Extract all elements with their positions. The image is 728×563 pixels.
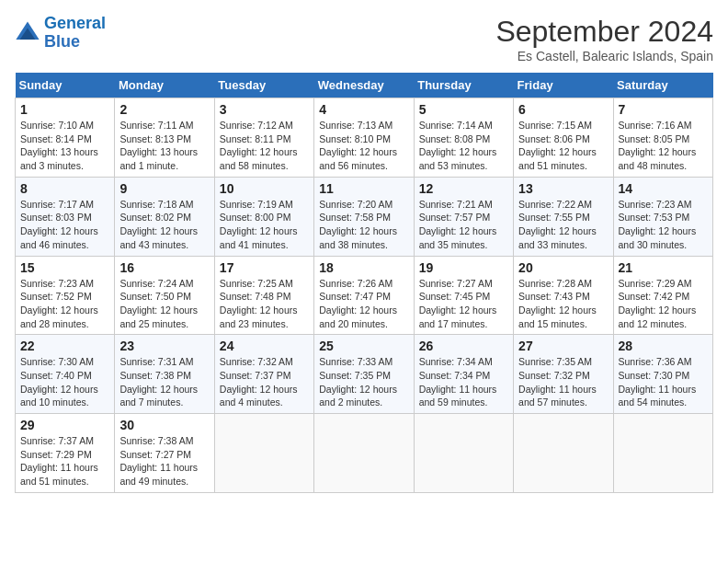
calendar-cell: 3Sunrise: 7:12 AMSunset: 8:11 PMDaylight… [214, 98, 313, 178]
day-info: Sunrise: 7:37 AMSunset: 7:29 PMDaylight:… [20, 435, 98, 487]
title-block: September 2024 Es Castell, Balearic Isla… [495, 15, 713, 63]
day-info: Sunrise: 7:12 AMSunset: 8:11 PMDaylight:… [220, 120, 298, 171]
logo: General Blue [15, 15, 106, 52]
day-number: 7 [619, 102, 708, 117]
day-number: 19 [419, 260, 508, 275]
day-info: Sunrise: 7:15 AMSunset: 8:06 PMDaylight:… [518, 120, 597, 171]
day-info: Sunrise: 7:21 AMSunset: 7:57 PMDaylight:… [419, 199, 497, 250]
calendar-cell: 8Sunrise: 7:17 AMSunset: 8:03 PMDaylight… [16, 177, 115, 256]
day-info: Sunrise: 7:33 AMSunset: 7:35 PMDaylight:… [319, 356, 397, 408]
day-info: Sunrise: 7:24 AMSunset: 7:50 PMDaylight:… [119, 278, 198, 329]
calendar-row: 8Sunrise: 7:17 AMSunset: 8:03 PMDaylight… [16, 177, 713, 256]
calendar-cell [613, 414, 712, 493]
day-info: Sunrise: 7:22 AMSunset: 7:55 PMDaylight:… [518, 199, 597, 250]
calendar-cell [214, 414, 313, 493]
day-info: Sunrise: 7:35 AMSunset: 7:32 PMDaylight:… [518, 356, 597, 408]
header-tuesday: Tuesday [214, 73, 313, 98]
day-info: Sunrise: 7:29 AMSunset: 7:42 PMDaylight:… [619, 278, 697, 329]
calendar-cell: 12Sunrise: 7:21 AMSunset: 7:57 PMDayligh… [414, 177, 513, 256]
calendar-row: 22Sunrise: 7:30 AMSunset: 7:40 PMDayligh… [16, 335, 713, 414]
calendar-cell: 17Sunrise: 7:25 AMSunset: 7:48 PMDayligh… [214, 256, 313, 335]
day-number: 6 [518, 102, 608, 117]
logo-text: General Blue [44, 15, 106, 52]
day-info: Sunrise: 7:10 AMSunset: 8:14 PMDaylight:… [20, 120, 98, 171]
day-number: 22 [20, 339, 109, 353]
header-thursday: Thursday [414, 73, 513, 98]
calendar-cell: 23Sunrise: 7:31 AMSunset: 7:38 PMDayligh… [115, 335, 214, 414]
day-number: 18 [319, 260, 408, 275]
day-info: Sunrise: 7:13 AMSunset: 8:10 PMDaylight:… [319, 120, 397, 171]
day-info: Sunrise: 7:16 AMSunset: 8:05 PMDaylight:… [619, 120, 697, 171]
day-info: Sunrise: 7:18 AMSunset: 8:02 PMDaylight:… [119, 199, 198, 250]
calendar-cell: 7Sunrise: 7:16 AMSunset: 8:05 PMDaylight… [613, 98, 712, 178]
day-info: Sunrise: 7:20 AMSunset: 7:58 PMDaylight:… [319, 199, 397, 250]
day-number: 11 [319, 181, 408, 196]
day-number: 17 [220, 260, 309, 275]
day-info: Sunrise: 7:32 AMSunset: 7:37 PMDaylight:… [220, 356, 298, 408]
calendar-header-row: Sunday Monday Tuesday Wednesday Thursday… [16, 73, 713, 98]
day-info: Sunrise: 7:34 AMSunset: 7:34 PMDaylight:… [419, 356, 497, 408]
calendar-cell: 29Sunrise: 7:37 AMSunset: 7:29 PMDayligh… [16, 414, 115, 493]
calendar-row: 29Sunrise: 7:37 AMSunset: 7:29 PMDayligh… [16, 414, 713, 493]
day-number: 12 [419, 181, 508, 196]
calendar-cell: 28Sunrise: 7:36 AMSunset: 7:30 PMDayligh… [613, 335, 712, 414]
logo-icon [15, 20, 40, 46]
day-number: 25 [319, 339, 408, 353]
page-header: General Blue September 2024 Es Castell, … [15, 15, 713, 63]
day-info: Sunrise: 7:17 AMSunset: 8:03 PMDaylight:… [20, 199, 98, 250]
day-number: 1 [20, 102, 109, 117]
day-info: Sunrise: 7:28 AMSunset: 7:43 PMDaylight:… [518, 278, 597, 329]
calendar-cell: 6Sunrise: 7:15 AMSunset: 8:06 PMDaylight… [514, 98, 613, 178]
calendar-cell: 25Sunrise: 7:33 AMSunset: 7:35 PMDayligh… [314, 335, 414, 414]
day-number: 4 [319, 102, 408, 117]
day-number: 9 [119, 181, 209, 196]
day-number: 8 [20, 181, 109, 196]
calendar-cell: 14Sunrise: 7:23 AMSunset: 7:53 PMDayligh… [613, 177, 712, 256]
day-number: 3 [220, 102, 309, 117]
day-number: 14 [619, 181, 708, 196]
day-info: Sunrise: 7:23 AMSunset: 7:52 PMDaylight:… [20, 278, 98, 329]
subtitle: Es Castell, Balearic Islands, Spain [495, 49, 713, 63]
day-number: 23 [119, 339, 209, 353]
day-number: 16 [119, 260, 209, 275]
day-number: 15 [20, 260, 109, 275]
calendar-cell: 9Sunrise: 7:18 AMSunset: 8:02 PMDaylight… [115, 177, 214, 256]
calendar-cell: 16Sunrise: 7:24 AMSunset: 7:50 PMDayligh… [115, 256, 214, 335]
calendar-cell [514, 414, 613, 493]
day-info: Sunrise: 7:30 AMSunset: 7:40 PMDaylight:… [20, 356, 98, 408]
calendar-cell: 4Sunrise: 7:13 AMSunset: 8:10 PMDaylight… [314, 98, 414, 178]
day-info: Sunrise: 7:25 AMSunset: 7:48 PMDaylight:… [220, 278, 298, 329]
calendar-cell: 22Sunrise: 7:30 AMSunset: 7:40 PMDayligh… [16, 335, 115, 414]
day-number: 20 [518, 260, 608, 275]
day-number: 10 [220, 181, 309, 196]
calendar-cell: 5Sunrise: 7:14 AMSunset: 8:08 PMDaylight… [414, 98, 513, 178]
calendar-cell: 21Sunrise: 7:29 AMSunset: 7:42 PMDayligh… [613, 256, 712, 335]
header-monday: Monday [115, 73, 214, 98]
day-number: 30 [119, 418, 209, 432]
day-number: 13 [518, 181, 608, 196]
calendar-cell: 2Sunrise: 7:11 AMSunset: 8:13 PMDaylight… [115, 98, 214, 178]
main-title: September 2024 [495, 15, 713, 49]
calendar-cell: 15Sunrise: 7:23 AMSunset: 7:52 PMDayligh… [16, 256, 115, 335]
day-number: 29 [20, 418, 109, 432]
day-number: 28 [619, 339, 708, 353]
header-saturday: Saturday [613, 73, 712, 98]
calendar-cell: 19Sunrise: 7:27 AMSunset: 7:45 PMDayligh… [414, 256, 513, 335]
day-info: Sunrise: 7:19 AMSunset: 8:00 PMDaylight:… [220, 199, 298, 250]
day-info: Sunrise: 7:26 AMSunset: 7:47 PMDaylight:… [319, 278, 397, 329]
header-sunday: Sunday [16, 73, 115, 98]
calendar-cell: 30Sunrise: 7:38 AMSunset: 7:27 PMDayligh… [115, 414, 214, 493]
calendar-cell: 1Sunrise: 7:10 AMSunset: 8:14 PMDaylight… [16, 98, 115, 178]
day-number: 26 [419, 339, 508, 353]
day-info: Sunrise: 7:14 AMSunset: 8:08 PMDaylight:… [419, 120, 497, 171]
calendar-cell: 20Sunrise: 7:28 AMSunset: 7:43 PMDayligh… [514, 256, 613, 335]
header-friday: Friday [514, 73, 613, 98]
day-info: Sunrise: 7:36 AMSunset: 7:30 PMDaylight:… [619, 356, 697, 408]
day-info: Sunrise: 7:23 AMSunset: 7:53 PMDaylight:… [619, 199, 697, 250]
calendar-cell: 26Sunrise: 7:34 AMSunset: 7:34 PMDayligh… [414, 335, 513, 414]
calendar-cell [314, 414, 414, 493]
day-info: Sunrise: 7:27 AMSunset: 7:45 PMDaylight:… [419, 278, 497, 329]
day-number: 21 [619, 260, 708, 275]
calendar-table: Sunday Monday Tuesday Wednesday Thursday… [15, 73, 713, 493]
calendar-cell: 27Sunrise: 7:35 AMSunset: 7:32 PMDayligh… [514, 335, 613, 414]
